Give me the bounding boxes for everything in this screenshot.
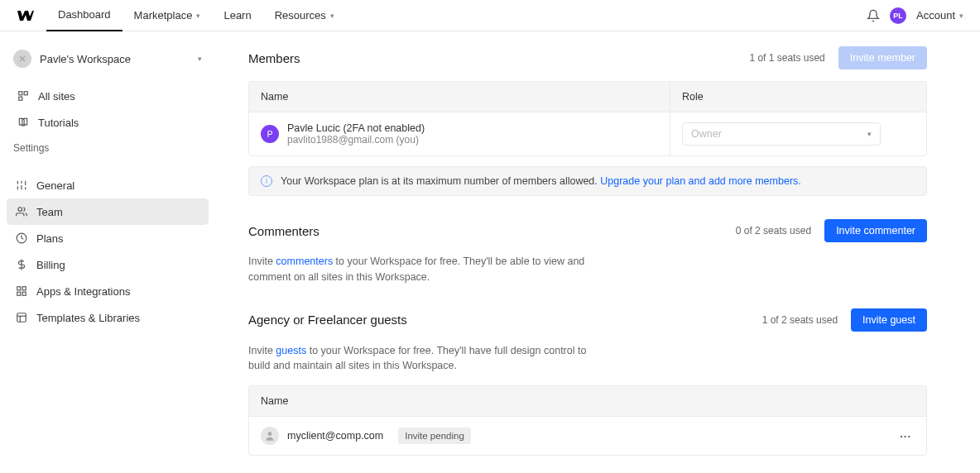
nav-learn[interactable]: Learn — [212, 0, 262, 31]
guests-description: Invite guests to your Workspace for free… — [248, 343, 604, 375]
guest-row: myclient@comp.com Invite pending ··· — [249, 417, 926, 455]
banner-message: Your Workspace plan is at its maximum nu… — [281, 175, 598, 187]
invite-member-button[interactable]: Invite member — [838, 46, 927, 69]
svg-rect-2 — [19, 97, 22, 100]
sidebar-primary-group: All sites Tutorials — [7, 83, 209, 136]
member-role-cell: Owner ▾ — [670, 112, 926, 155]
sliders-icon — [15, 179, 28, 192]
svg-rect-16 — [17, 313, 26, 322]
invite-commenter-button[interactable]: Invite commenter — [824, 219, 927, 242]
svg-rect-1 — [24, 92, 27, 95]
chevron-down-icon: ▾ — [959, 12, 963, 20]
sidebar-item-label: General — [36, 179, 74, 192]
svg-point-9 — [18, 208, 22, 212]
sidebar-item-billing[interactable]: Billing — [7, 251, 209, 278]
members-section: Members 1 of 1 seats used Invite member … — [248, 46, 927, 196]
upgrade-plan-link[interactable]: Upgrade your plan and add more members. — [600, 175, 801, 187]
guest-avatar-icon — [261, 427, 279, 445]
col-header-role: Role — [670, 82, 926, 112]
member-you: (you) — [396, 134, 419, 146]
guest-cell: myclient@comp.com Invite pending — [249, 417, 885, 455]
sidebar-item-apps[interactable]: Apps & Integrations — [7, 278, 209, 304]
sidebar: Pavle's Workspace ▾ All sites Tutorials … — [0, 31, 215, 473]
svg-rect-14 — [22, 292, 26, 295]
commenters-description: Invite commenters to your Workspace for … — [248, 254, 604, 285]
members-table-head: Name Role — [249, 82, 926, 112]
member-avatar-letter: P — [267, 130, 273, 139]
avatar-initials: PL — [893, 12, 903, 20]
grid-icon — [15, 284, 28, 298]
sidebar-settings-group: General Team Plans Billing Apps & Integr… — [7, 172, 209, 331]
account-label: Account — [916, 9, 955, 22]
nav-label: Resources — [275, 9, 326, 22]
sidebar-item-team[interactable]: Team — [7, 198, 209, 225]
chevron-down-icon: ▾ — [196, 12, 200, 20]
members-header-right: 1 of 1 seats used Invite member — [749, 46, 927, 69]
members-table: Name Role P Pavle Lucic (2FA not enabled… — [248, 81, 927, 156]
nav-resources[interactable]: Resources▾ — [263, 0, 346, 31]
nav-marketplace[interactable]: Marketplace▾ — [122, 0, 213, 31]
guests-table: Name myclient@comp.com Invite pending ··… — [248, 385, 927, 456]
commenters-section: Commenters 0 of 2 seats used Invite comm… — [248, 219, 927, 285]
sidebar-item-label: Tutorials — [38, 117, 79, 129]
sidebar-item-label: Billing — [36, 259, 65, 271]
commenters-title: Commenters — [248, 224, 319, 238]
sidebar-item-tutorials[interactable]: Tutorials — [8, 109, 209, 136]
guests-header-right: 1 of 2 seats used Invite guest — [762, 308, 927, 332]
account-menu[interactable]: Account ▾ — [916, 9, 963, 22]
guests-link[interactable]: guests — [276, 345, 306, 356]
members-title: Members — [248, 51, 300, 65]
nav-label: Learn — [223, 9, 251, 22]
member-tfa: (2FA not enabled) — [343, 122, 425, 134]
svg-rect-12 — [17, 287, 21, 290]
chevron-down-icon: ▾ — [330, 12, 334, 20]
guest-email: myclient@comp.com — [287, 430, 383, 442]
member-email: pavlito1988@gmail.com — [287, 134, 393, 146]
guests-title: Agency or Freelancer guests — [248, 313, 407, 327]
sidebar-item-templates[interactable]: Templates & Libraries — [7, 304, 209, 331]
role-value: Owner — [691, 128, 722, 140]
plan-limit-banner: i Your Workspace plan is at its maximum … — [248, 166, 927, 196]
role-select[interactable]: Owner ▾ — [682, 122, 881, 146]
commenters-seats: 0 of 2 seats used — [736, 225, 811, 236]
sidebar-heading-settings: Settings — [7, 136, 209, 160]
user-avatar[interactable]: PL — [890, 7, 906, 24]
chevron-down-icon: ▾ — [198, 55, 202, 63]
commenters-header: Commenters 0 of 2 seats used Invite comm… — [248, 219, 927, 242]
main-content: Members 1 of 1 seats used Invite member … — [215, 31, 960, 473]
members-seats: 1 of 1 seats used — [749, 52, 824, 64]
users-icon — [15, 205, 28, 218]
sidebar-item-label: Plans — [36, 232, 64, 245]
member-name-cell: P Pavle Lucic (2FA not enabled) pavlito1… — [249, 112, 670, 155]
sidebar-item-all-sites[interactable]: All sites — [8, 83, 209, 109]
banner-text: Your Workspace plan is at its maximum nu… — [281, 175, 801, 187]
chevron-down-icon: ▾ — [867, 130, 872, 138]
invite-status-chip: Invite pending — [398, 428, 471, 444]
sidebar-item-label: Apps & Integrations — [36, 285, 130, 298]
sidebar-item-label: Team — [36, 206, 63, 218]
book-icon — [17, 116, 30, 129]
sidebar-item-general[interactable]: General — [7, 172, 209, 198]
col-header-name: Name — [249, 386, 926, 416]
svg-point-19 — [268, 432, 272, 436]
info-icon: i — [261, 175, 272, 187]
member-text: Pavle Lucic (2FA not enabled) pavlito198… — [287, 122, 425, 146]
invite-guest-button[interactable]: Invite guest — [851, 308, 927, 332]
dollar-icon — [15, 258, 28, 271]
svg-rect-0 — [19, 92, 22, 95]
workspace-avatar-icon — [13, 50, 31, 68]
svg-rect-15 — [17, 292, 21, 295]
desc-pre: Invite — [248, 345, 276, 356]
member-avatar: P — [261, 125, 279, 143]
layout-icon — [15, 311, 28, 324]
webflow-logo-icon[interactable] — [17, 7, 35, 25]
nav-dashboard[interactable]: Dashboard — [46, 0, 122, 31]
guests-section: Agency or Freelancer guests 1 of 2 seats… — [248, 308, 927, 456]
workspace-selector[interactable]: Pavle's Workspace ▾ — [7, 46, 209, 71]
guest-row-actions[interactable]: ··· — [885, 430, 926, 442]
notifications-icon[interactable] — [867, 9, 880, 22]
sidebar-item-label: All sites — [38, 90, 75, 103]
members-header: Members 1 of 1 seats used Invite member — [248, 46, 927, 69]
commenters-link[interactable]: commenters — [276, 256, 333, 267]
sidebar-item-plans[interactable]: Plans — [7, 225, 209, 251]
